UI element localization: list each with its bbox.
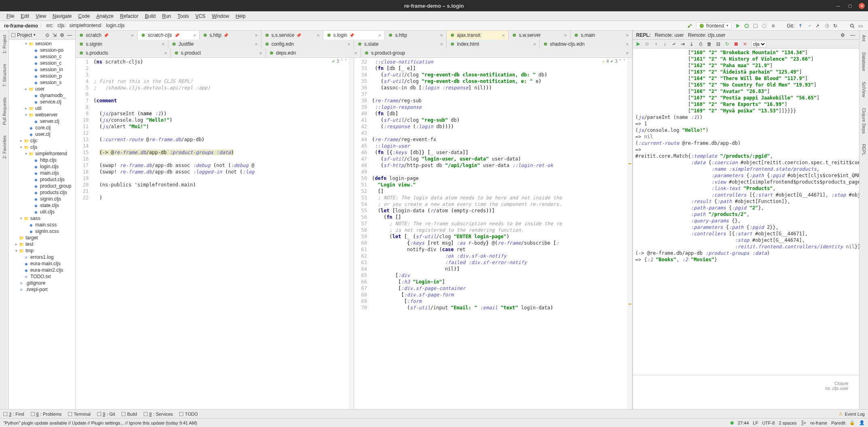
editor-tab[interactable]: s.products✕ [76,49,171,57]
close-tab-icon[interactable]: ✕ [533,42,536,47]
tree-item[interactable]: ◆session_p [9,73,75,79]
wrap-icon[interactable]: ⤶ [671,41,677,47]
close-tab-icon[interactable]: ✕ [193,33,196,38]
close-tab-icon[interactable]: ✕ [440,42,443,47]
breadcrumb-part[interactable]: src [46,23,53,28]
scroll-end-icon[interactable]: ⤓ [689,41,694,47]
stop-icon[interactable] [770,23,776,29]
tree-item[interactable]: ▸📁cljc [9,137,75,144]
close-tab-icon[interactable]: ✕ [347,42,350,47]
menu-view[interactable]: View [32,13,49,19]
tree-item[interactable]: ◆http.cljs [9,157,75,163]
menu-run[interactable]: Run [159,13,174,19]
tree-item[interactable]: ≡TODO.txt [9,273,75,280]
close-tab-icon[interactable]: ✕ [255,42,258,47]
tool-tab-ant[interactable]: Ant [862,33,866,43]
line-separator[interactable]: LF [753,421,758,425]
editor-tab[interactable]: scratch-cljs📌✕ [138,31,199,40]
reload-icon[interactable]: ↻ [724,41,730,47]
menu-navigate[interactable]: Navigate [49,13,75,19]
editor-tab[interactable]: s.signin✕ [76,40,168,49]
inspection-ok-icon[interactable]: ✔ [611,59,613,64]
tree-item[interactable]: ◆main.cljs [9,170,75,176]
close-tab-icon[interactable]: ✕ [161,42,165,47]
tree-item[interactable]: ◆product_group [9,183,75,189]
soft-wrap-icon[interactable]: ⇥ [680,41,685,47]
tool-tab-favorites[interactable]: 2: Favorites [2,134,7,160]
close-tab-icon[interactable]: ✕ [131,33,134,38]
git-history-icon[interactable] [824,23,830,29]
hide-icon[interactable]: — [67,32,73,38]
paredit-status[interactable]: Paredit [831,421,845,425]
tree-item[interactable]: ▾📁session [9,40,75,47]
repl-remote-1[interactable]: Remote: user [655,32,684,38]
git-push-icon[interactable]: ↗ [815,23,821,29]
tree-item[interactable]: ≡.gitignore [9,280,75,286]
tool-tab-clojuredeps[interactable]: Clojure Deps [862,106,866,135]
pin-icon[interactable]: 📌 [174,33,179,38]
tree-item[interactable]: ◆signin.scss [9,228,75,235]
close-tab-icon[interactable]: ✕ [626,33,629,38]
print-icon[interactable]: ⎙ [698,41,703,47]
tree-item[interactable]: ▾📁cljs [9,144,75,150]
coverage-icon[interactable] [753,23,758,29]
repl-remote-2[interactable]: Remote: cljs.user [688,32,726,38]
select-opened-icon[interactable]: ⊙ [45,32,51,38]
close-tab-icon[interactable]: ✕ [626,42,629,47]
inspection-warn-icon[interactable]: ⚠ [602,59,605,64]
tree-item[interactable]: ▸📁test [9,241,75,247]
indent-info[interactable]: 2 spaces [779,421,797,425]
close-tab-icon[interactable]: ✕ [440,33,443,38]
editor-tab[interactable]: shadow-cljs.edn✕ [540,40,632,49]
editor-tab[interactable]: index.html✕ [447,40,539,49]
editor-tab[interactable]: deps.edn✕ [266,49,361,57]
breadcrumb-part[interactable]: simplefrontend [69,23,101,28]
editor-tab[interactable]: s.w.server✕ [509,31,571,40]
tree-item[interactable]: ◆session-po [9,47,75,53]
project-pane-title[interactable]: Project [17,32,32,38]
close-tab-icon[interactable]: ✕ [255,33,258,38]
close-tab-icon[interactable]: ✕ [316,33,320,38]
close-tab-icon[interactable]: ✕ [378,33,381,38]
tree-item[interactable]: ◆util.cljs [9,209,75,215]
memory-icon[interactable]: 👤 [859,420,865,426]
inspection-ok-icon[interactable]: ✔ [332,59,335,64]
tool-tab-repl[interactable]: REPL [862,142,866,157]
editor-tab[interactable]: s.product✕ [171,49,266,57]
hide-icon[interactable]: — [850,32,856,38]
tree-item[interactable]: ▾📁webserver [9,112,75,118]
tree-item[interactable]: ◆state.cljs [9,202,75,209]
menu-code[interactable]: Code [75,13,93,19]
git-commit-icon[interactable] [806,23,812,29]
git-rollback-icon[interactable]: ↻ [833,23,839,29]
tree-item[interactable]: ◆core.clj [9,125,75,131]
up-icon[interactable]: ↑ [653,41,659,47]
lock-icon[interactable]: 🔒 [849,420,855,426]
project-tree[interactable]: ▾📁session◆session-po◆session_c◆session_c… [9,40,75,409]
editor-tab[interactable]: s.s.service📌✕ [261,31,323,40]
next-highlight-icon[interactable]: ˅ [623,59,626,64]
profile-icon[interactable] [762,23,767,29]
tree-item[interactable]: ◆eura-main.cljs [9,260,75,267]
editor-tab[interactable]: s.product-group✕ [361,49,632,57]
tree-item[interactable]: ◆eura-main2.cljs [9,267,75,273]
tool-tab-project[interactable]: 1: Project [2,33,7,55]
error-stripe[interactable] [627,58,632,409]
repl-input[interactable] [633,375,859,409]
run-icon[interactable] [735,23,741,29]
close-repl-icon[interactable]: ✕ [742,41,748,47]
ide-settings-icon[interactable]: ▭ [858,23,864,29]
tree-item[interactable]: ◆session_in [9,66,75,73]
tree-item[interactable]: ▸📁user [9,86,75,92]
git-update-icon[interactable] [798,23,803,29]
editor-tab[interactable]: s.http✕ [385,31,447,40]
bottom-tab-terminal[interactable]: Terminal [68,412,91,416]
tree-item[interactable]: ◆signin.cljs [9,196,75,202]
pin-icon[interactable]: 📌 [349,33,354,38]
editor-tab[interactable]: s.main✕ [571,31,632,40]
tree-item[interactable]: ◆user.clj [9,131,75,137]
tree-item[interactable]: ▾📁simplefrontend [9,150,75,157]
menu-file[interactable]: File [3,13,17,19]
tree-item[interactable]: ▾📁tmp [9,247,75,254]
menu-window[interactable]: Window [208,13,232,19]
